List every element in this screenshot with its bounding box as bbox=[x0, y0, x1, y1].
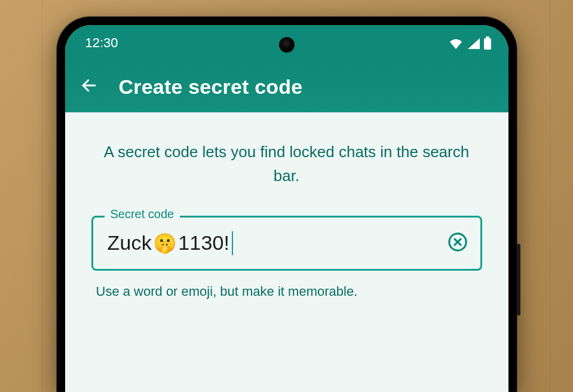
description-text: A secret code lets you find locked chats… bbox=[91, 140, 482, 188]
text-cursor bbox=[232, 231, 233, 255]
close-circle-icon bbox=[448, 232, 468, 255]
secret-code-input-value: Zuck🤫1130! bbox=[108, 231, 446, 255]
phone-side-button bbox=[517, 244, 520, 316]
clear-input-button[interactable] bbox=[446, 231, 470, 255]
secret-code-field-wrap: Secret code Zuck🤫1130! bbox=[91, 216, 482, 271]
secret-code-value-prefix: Zuck bbox=[108, 231, 152, 255]
svg-rect-1 bbox=[486, 36, 489, 38]
status-time: 12:30 bbox=[85, 35, 118, 51]
front-camera-punchhole bbox=[280, 38, 293, 51]
cellular-signal-icon bbox=[467, 37, 480, 49]
arrow-left-icon bbox=[80, 76, 98, 97]
secret-code-input[interactable]: Zuck🤫1130! bbox=[91, 216, 482, 271]
helper-text: Use a word or emoji, but make it memorab… bbox=[91, 284, 482, 299]
content-area: A secret code lets you find locked chats… bbox=[65, 112, 508, 299]
shush-emoji-icon: 🤫 bbox=[153, 234, 177, 253]
app-bar: Create secret code bbox=[65, 61, 508, 112]
secret-code-value-suffix: 1130! bbox=[178, 231, 229, 255]
page-title: Create secret code bbox=[119, 75, 303, 99]
phone-screen: 12:30 bbox=[65, 25, 508, 392]
battery-icon bbox=[483, 36, 492, 50]
wifi-icon bbox=[449, 37, 463, 49]
svg-rect-0 bbox=[484, 38, 491, 50]
phone-frame: 12:30 bbox=[57, 17, 517, 392]
back-button[interactable] bbox=[76, 74, 102, 100]
secret-code-field-label: Secret code bbox=[105, 207, 180, 221]
status-icons bbox=[449, 36, 492, 50]
